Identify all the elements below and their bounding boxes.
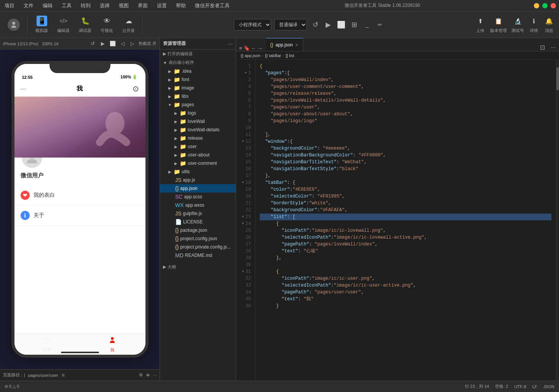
code-l24: { [260, 220, 551, 227]
tab-me[interactable]: 我 [108, 336, 117, 353]
sim-refresh[interactable]: ↺ [89, 40, 97, 48]
tree-readme[interactable]: MD README.md [160, 251, 236, 260]
tree-user-comment[interactable]: ▶ 📁 user-comment [160, 159, 236, 167]
menu-item-view[interactable]: 视图 [117, 2, 130, 10]
phone-menu-list: ❤ 我的表白 ℹ 关于 [14, 185, 145, 226]
code-l26: "selectedIconPath":"image/ic/ic-lovewall… [260, 234, 551, 241]
notification-button[interactable]: 🔔 消息 [544, 16, 554, 33]
menu-item-biaobai[interactable]: ❤ 我的表白 [14, 185, 145, 206]
tree-release[interactable]: ▶ 📁 release [160, 134, 236, 142]
restore-button[interactable] [542, 3, 548, 8]
tree-utils[interactable]: ▶ 📁 utils [160, 167, 236, 176]
debug-toggle[interactable]: ⬜ [336, 19, 347, 30]
tree-libs[interactable]: ▶ 📁 libs [160, 92, 236, 100]
menu-item-interface[interactable]: 界面 [136, 2, 149, 10]
nav-more-icon[interactable]: ⊙ [133, 84, 139, 93]
sim-forward[interactable]: ▷ [129, 40, 136, 48]
layout-button[interactable]: ⊞ [349, 19, 359, 30]
tree-project-private[interactable]: {} project.private.config.js... [160, 243, 236, 251]
tree-font[interactable]: ▶ 📁 font [160, 75, 236, 84]
tab-close-icon[interactable]: × [295, 42, 298, 48]
section-project[interactable]: ▼ 表白墙小程序 [160, 58, 236, 67]
debugger-button[interactable]: 🐛 调试器 [76, 16, 94, 33]
settings-icon[interactable]: ⚙ [139, 373, 143, 378]
editor-more-icon[interactable]: ··· [548, 44, 559, 51]
tree-lovewall[interactable]: ▶ 📁 loveWall [160, 117, 236, 126]
tab-lovewwall[interactable]: ♡ 心墙 [43, 336, 51, 352]
tree-gulpfile[interactable]: JS gulpfile.js [160, 209, 236, 218]
close-button[interactable] [551, 3, 556, 8]
test-button[interactable]: 🔬 测试号 [511, 16, 524, 33]
editor-button[interactable]: </> 编辑器 [54, 16, 73, 33]
menu-item-edit[interactable]: 编辑 [41, 2, 54, 10]
tab-bookmark-icon[interactable]: 🔖 [244, 45, 250, 51]
tree-lovewall-details[interactable]: ▶ 📁 loveWall-details [160, 126, 236, 134]
more-icon[interactable]: ··· [153, 373, 157, 378]
eye-icon[interactable]: 👁 [146, 373, 150, 378]
minimize-button[interactable] [534, 3, 539, 8]
upload-button[interactable]: ⬆ 上传 [475, 16, 486, 33]
nav-back-icon[interactable]: ··· [21, 85, 26, 93]
editor-layout-icon[interactable]: ⊡ [537, 44, 548, 51]
split-button[interactable]: ⎯ [362, 19, 372, 30]
section-open-editors[interactable]: ▶ 打开的编辑器 [160, 49, 236, 58]
tree-user[interactable]: ▶ 📁 user [160, 142, 236, 151]
tree-package-json[interactable]: {} package.json [160, 226, 236, 234]
compile-select[interactable]: 普通编译 [274, 19, 307, 30]
visualize-button[interactable]: 👁 可视化 [97, 16, 116, 33]
menu-item-project[interactable]: 项目 [3, 2, 16, 10]
tree-license[interactable]: 📄 LICENSE [160, 218, 236, 226]
menu-text-biaobai: 我的表白 [34, 192, 55, 199]
editor-content[interactable]: 1 ▼2 3 4 5 6 7 8 9 10 11 ▼12 13 14 15 16… [236, 60, 559, 381]
tree-logs[interactable]: ▶ 📁 logs [160, 109, 236, 117]
version-button[interactable]: 📋 版本管理 [490, 16, 507, 33]
breadcrumb-tabbar[interactable]: {} tabBar [265, 53, 281, 58]
breadcrumb-list[interactable]: [] list [286, 53, 294, 58]
tab-forward-icon[interactable]: → [258, 45, 263, 51]
sim-home[interactable]: ⬜ [109, 40, 117, 48]
simulator-button[interactable]: 📱 模拟器 [32, 16, 51, 33]
ln-18: ▼18 [236, 179, 255, 186]
refresh-button[interactable]: ↺ [310, 19, 321, 30]
tree-user-about[interactable]: ▶ 📁 user-about [160, 151, 236, 159]
code-area[interactable]: { "pages":[ "pages/loveWall/index", "pag… [255, 60, 556, 381]
pencil-button[interactable]: ✏ [375, 19, 385, 30]
detail-button[interactable]: ℹ 详情 [529, 16, 539, 33]
tree-app-json[interactable]: {} app.json [160, 184, 236, 193]
menu-item-tools[interactable]: 工具 [60, 2, 73, 10]
user-avatar[interactable] [5, 19, 23, 31]
explorer-title: 资源管理器 [163, 40, 186, 47]
tab-list-icon[interactable]: ≡ [239, 45, 242, 51]
menu-item-about[interactable]: ℹ 关于 [14, 206, 145, 226]
copy-path-icon[interactable]: ⎘ [62, 373, 65, 378]
tab-app-json[interactable]: {} app.json × [266, 38, 303, 51]
menu-item-select[interactable]: 选择 [98, 2, 111, 10]
menu-item-help[interactable]: 帮助 [174, 2, 187, 10]
hotreload-info: 热截览 开 [139, 41, 157, 46]
sim-play[interactable]: ▶ [99, 40, 107, 48]
menu-item-settings[interactable]: 设置 [155, 2, 168, 10]
tree-project-config[interactable]: {} project.config.json [160, 234, 236, 243]
explorer-more-icon[interactable]: ··· [228, 41, 233, 47]
tree-app-scss[interactable]: SC app.scss [160, 193, 236, 201]
preview-button[interactable]: ▶ [323, 19, 334, 30]
release-label: release [188, 135, 233, 141]
sim-back[interactable]: ◁ [119, 40, 126, 48]
phone-battery: 100% 🔋 [120, 75, 137, 80]
tree-app-wxss[interactable]: WX app.wxss [160, 201, 236, 209]
cloud-button[interactable]: ☁ 云开发 [119, 16, 138, 33]
ln-25: 25 [236, 227, 255, 234]
tree-image[interactable]: ▶ 📁 image [160, 84, 236, 92]
zoom-info: 100% 16 [42, 41, 58, 46]
menu-item-file[interactable]: 文件 [22, 2, 35, 10]
tree-app-js[interactable]: JS app.js [160, 176, 236, 184]
menu-item-devtools[interactable]: 微信开发者工具 [193, 2, 231, 10]
tree-pages[interactable]: ▼ 📁 pages [160, 100, 236, 109]
section-outline[interactable]: ▶ 大纲 [160, 263, 236, 271]
menu-item-goto[interactable]: 转到 [79, 2, 92, 10]
tab-back-icon[interactable]: ← [251, 45, 256, 51]
minimap-indicator[interactable] [556, 67, 559, 90]
tree-idea[interactable]: ▶ 📁 .idea [160, 67, 236, 75]
breadcrumb-appjson[interactable]: {} app.json [241, 53, 260, 58]
mode-select[interactable]: 小程序模式 [234, 19, 271, 30]
